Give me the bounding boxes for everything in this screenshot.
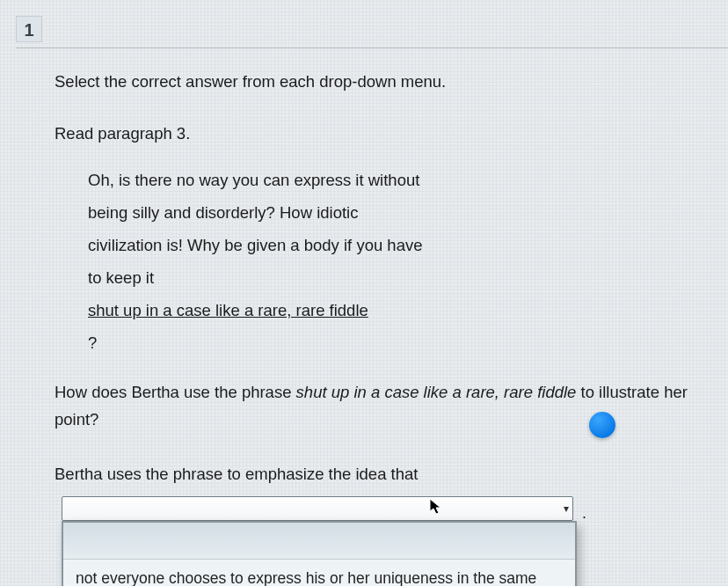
answer-stem: Bertha uses the phrase to emphasize the …	[55, 460, 728, 487]
read-label: Read paragraph 3.	[55, 120, 728, 147]
dropdown-blank-option[interactable]	[63, 523, 575, 560]
underlined-phrase: shut up in a case like a rare, rare fidd…	[88, 294, 728, 326]
sentence-period: .	[582, 500, 586, 527]
question-content: Select the correct answer from each drop…	[12, 68, 728, 521]
dropdown-container: ▾ . not everyone chooses to express his …	[62, 496, 728, 521]
quote-line: to keep it shut up in a case like a rare…	[88, 261, 728, 359]
question-page: 1 Select the correct answer from each dr…	[0, 0, 728, 521]
dropdown-panel: not everyone chooses to express his or h…	[62, 521, 577, 586]
slider-handle-icon[interactable]	[589, 412, 615, 438]
quote-line: Oh, is there no way you can express it w…	[88, 164, 728, 196]
question-prompt: How does Bertha use the phrase shut up i…	[55, 378, 728, 434]
answer-dropdown[interactable]: ▾	[62, 496, 573, 521]
quote-line: being silly and disorderly? How idiotic	[88, 196, 728, 229]
chevron-down-icon: ▾	[564, 500, 569, 517]
instruction-text: Select the correct answer from each drop…	[55, 68, 728, 95]
question-header: 1	[16, 16, 728, 48]
paragraph-quote: Oh, is there no way you can express it w…	[88, 164, 728, 359]
dropdown-option[interactable]: not everyone chooses to express his or h…	[63, 560, 575, 586]
quote-line: civilization is! Why be given a body if …	[88, 229, 728, 261]
question-number: 1	[16, 16, 42, 42]
italic-phrase: shut up in a case like a rare, rare fidd…	[296, 383, 577, 401]
